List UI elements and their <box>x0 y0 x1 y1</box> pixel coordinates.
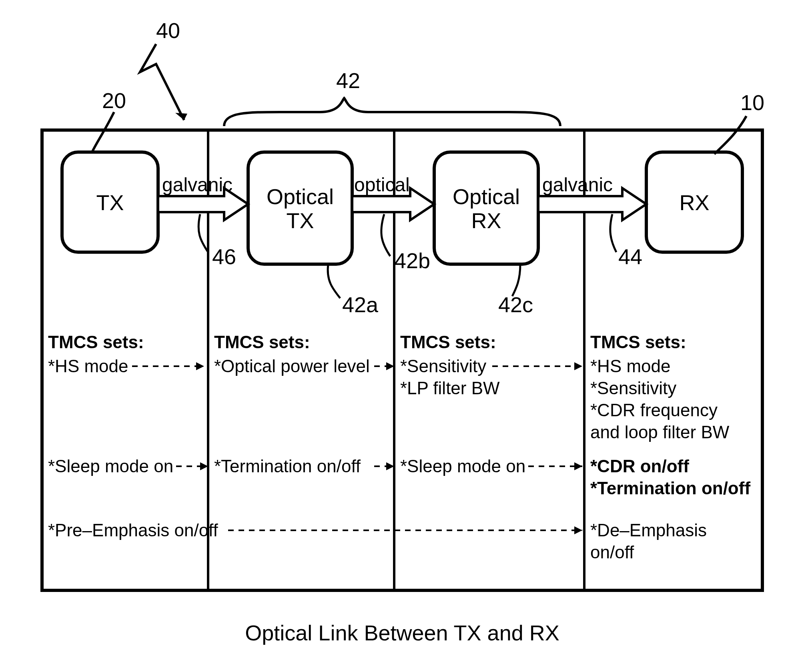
col2-r2: *Termination on/off <box>214 456 361 476</box>
tmcs-header-2: TMCS sets: <box>214 332 310 352</box>
label-10: 10 <box>740 90 764 114</box>
dash-r2-c-head <box>574 462 582 470</box>
col2-r1: *Optical power level <box>214 356 370 376</box>
optical-tx-label-1: Optical <box>267 185 334 209</box>
leader-42c <box>512 264 520 296</box>
dash-r1-a-head <box>196 362 204 370</box>
brace-42 <box>224 98 560 126</box>
col4-r1d: and loop filter BW <box>590 422 730 442</box>
leader-40 <box>140 44 184 120</box>
col1-r1: *HS mode <box>48 356 128 376</box>
col4-r3a: *De–Emphasis <box>590 520 707 540</box>
tmcs-header-3: TMCS sets: <box>400 332 496 352</box>
leader-40-arrowhead <box>175 113 187 120</box>
optical-rx-label-2: RX <box>471 209 501 233</box>
leader-10 <box>714 116 746 154</box>
col1-r2: *Sleep mode on <box>48 456 173 476</box>
label-42a: 42a <box>342 293 379 317</box>
dash-r3-head <box>574 526 582 534</box>
leader-46 <box>198 214 208 252</box>
col3-r1a: *Sensitivity <box>400 356 486 376</box>
tmcs-header-4: TMCS sets: <box>590 332 686 352</box>
leader-42b <box>381 214 390 256</box>
label-44: 44 <box>618 245 642 269</box>
col4-r2b: *Termination on/off <box>590 478 750 498</box>
leader-44 <box>610 214 616 252</box>
tmcs-header-1: TMCS sets: <box>48 332 144 352</box>
tx-label: TX <box>96 191 124 215</box>
label-42: 42 <box>336 68 360 92</box>
arrow-galvanic-left-label: galvanic <box>162 174 233 195</box>
optical-tx-label-2: TX <box>286 209 314 233</box>
col4-r3b: on/off <box>590 542 634 562</box>
diagram-svg: 40 42 20 10 TX Optical TX Optical RX RX … <box>0 0 812 670</box>
optical-rx-label-1: Optical <box>453 185 520 209</box>
col1-r3: *Pre–Emphasis on/off <box>48 520 219 540</box>
arrow-optical-label: optical <box>354 174 410 195</box>
col4-r1b: *Sensitivity <box>590 378 676 398</box>
label-42b: 42b <box>394 249 430 273</box>
label-42c: 42c <box>498 293 533 317</box>
dash-r1-c-head <box>574 362 582 370</box>
leader-42a <box>328 264 340 298</box>
rx-label: RX <box>679 191 709 215</box>
label-46: 46 <box>212 245 236 269</box>
col4-r1c: *CDR frequency <box>590 400 718 420</box>
col3-r2: *Sleep mode on <box>400 456 525 476</box>
col4-r2a: *CDR on/off <box>590 456 689 476</box>
col3-r1b: *LP filter BW <box>400 378 500 398</box>
arrow-galvanic-right-label: galvanic <box>542 174 613 195</box>
label-40: 40 <box>156 18 180 42</box>
label-20: 20 <box>102 88 126 112</box>
leader-20 <box>92 112 114 152</box>
figure-caption: Optical Link Between TX and RX <box>245 621 559 645</box>
col4-r1a: *HS mode <box>590 356 671 376</box>
